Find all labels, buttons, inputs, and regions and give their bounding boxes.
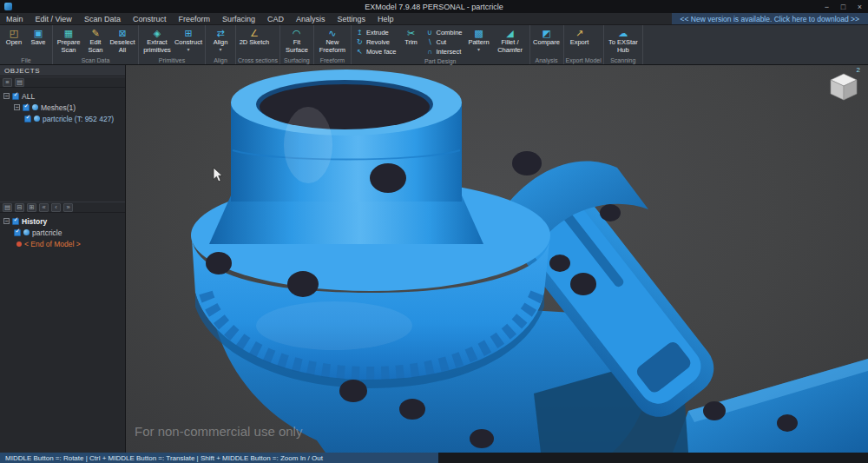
group-label-analysis: Analysis	[532, 56, 562, 64]
history-root-item[interactable]: − History	[0, 215, 125, 227]
menu-analysis[interactable]: Analysis	[290, 13, 332, 24]
update-notice-link[interactable]: << New version is available. Click here …	[672, 13, 868, 24]
new-freeform-label: New Freeform	[316, 39, 349, 54]
move-face-icon: ↖	[356, 48, 364, 56]
view-cube[interactable]	[828, 71, 859, 103]
compare-label: Compare	[533, 39, 560, 47]
trim-button[interactable]: ✂ Trim	[399, 26, 424, 56]
group-label-freeform: Freeform	[316, 56, 349, 64]
end-of-model-label: < End of Model >	[24, 240, 81, 248]
tree-view-icon[interactable]: ▤	[3, 203, 12, 212]
history-toolbar: ▤ ⊟ ⊞ « ‹ »	[0, 202, 125, 213]
maximize-button[interactable]: □	[835, 0, 852, 13]
tree-label-partcricle: partcricle (T: 952 427)	[43, 115, 114, 123]
history-item-partcricle[interactable]: partcricle	[0, 227, 125, 238]
objects-tree: − ALL − Meshes(1) partcricle (T: 952 427…	[0, 88, 125, 127]
align-button[interactable]: ⇄ Align ▾	[207, 26, 233, 56]
left-sidebar: OBJECTS ≡ ▤ − ALL − Mesh	[0, 65, 126, 453]
step-last-icon[interactable]: »	[63, 203, 73, 212]
edit-scan-button[interactable]: ✎ Edit Scan	[82, 26, 108, 56]
extrude-button[interactable]: ↥ Extrude	[353, 28, 399, 37]
history-end-of-model[interactable]: < End of Model >	[0, 238, 125, 249]
cut-button[interactable]: ∖ Cut	[424, 37, 465, 47]
to-exstar-hub-label: To EXStar Hub	[606, 39, 641, 54]
intersect-icon: ∩	[426, 48, 434, 56]
checkbox[interactable]	[24, 116, 31, 122]
align-label: Align	[214, 39, 228, 47]
view-mode-icon[interactable]: ▤	[15, 78, 24, 87]
group-label-scan-data: Scan Data	[55, 56, 136, 64]
fillet-chamfer-label: Fillet / Chamfer	[493, 39, 528, 54]
menu-construct[interactable]: Construct	[127, 13, 173, 24]
minimize-button[interactable]: −	[819, 0, 835, 13]
2d-sketch-button[interactable]: ∠ 2D Sketch	[238, 26, 271, 56]
objects-panel: OBJECTS ≡ ▤ − ALL − Mesh	[0, 65, 125, 202]
menu-settings[interactable]: Settings	[332, 13, 372, 24]
construct-label: Construct	[174, 39, 202, 47]
collapse-icon[interactable]: −	[14, 104, 20, 110]
compare-button[interactable]: ◩ Compare	[532, 26, 562, 56]
group-label-align: Align	[207, 56, 233, 64]
checkbox[interactable]	[12, 218, 19, 225]
pattern-button[interactable]: ▩ Pattern ▾	[465, 26, 493, 56]
checkbox[interactable]	[12, 93, 19, 100]
export-button[interactable]: ↗ Export	[566, 26, 594, 56]
tree-item-partcricle[interactable]: partcricle (T: 952 427)	[0, 113, 125, 124]
deselect-all-button[interactable]: ⊠ Deselect All	[108, 26, 136, 56]
combine-icon: ∪	[426, 29, 434, 36]
expand-all-icon[interactable]: ⊞	[27, 203, 36, 212]
menu-freeform[interactable]: Freeform	[172, 13, 216, 24]
ribbon-group-scanning: ☁ To EXStar Hub Scanning	[604, 25, 643, 64]
prepare-scan-button[interactable]: ▦ Prepare Scan	[55, 26, 82, 56]
extract-primitives-button[interactable]: ◈ Extract primitives	[141, 26, 174, 56]
intersect-button[interactable]: ∩ Intersect	[424, 47, 465, 56]
objects-panel-title: OBJECTS	[4, 67, 40, 75]
tree-item-all[interactable]: − ALL	[0, 90, 125, 102]
group-label-cross-sections: Cross sections	[238, 56, 278, 64]
close-button[interactable]: ×	[852, 0, 868, 13]
app-window: EXModel 7.9.48 PERSONAL - partcricle − □…	[0, 0, 868, 463]
model-partcricle[interactable]	[126, 65, 868, 453]
menu-scan-data[interactable]: Scan Data	[78, 13, 127, 24]
mesh-icon	[34, 116, 40, 122]
fit-surface-button[interactable]: ◠ Fit Surface	[282, 26, 312, 56]
menubar: Main Edit / View Scan Data Construct Fre…	[0, 13, 868, 25]
objects-toolbar: ≡ ▤	[0, 76, 125, 88]
extrude-icon: ↥	[356, 29, 364, 36]
ribbon-group-export-model: ↗ Export Export Model	[564, 25, 604, 64]
step-prev-icon[interactable]: ‹	[51, 203, 61, 212]
checkbox[interactable]	[23, 104, 30, 111]
step-first-icon[interactable]: «	[39, 203, 49, 212]
save-button[interactable]: ▣ Save	[26, 26, 50, 56]
ribbon-group-align: ⇄ Align ▾ Align	[206, 25, 236, 64]
menu-main[interactable]: Main	[0, 13, 30, 24]
move-face-button[interactable]: ↖ Move face	[353, 47, 399, 56]
filter-list-icon[interactable]: ≡	[3, 78, 12, 87]
menu-help[interactable]: Help	[372, 13, 400, 24]
collapse-all-icon[interactable]: ⊟	[15, 203, 24, 212]
tree-item-meshes[interactable]: − Meshes(1)	[0, 102, 125, 113]
menu-surfacing[interactable]: Surfacing	[216, 13, 261, 24]
combine-button[interactable]: ∪ Combine	[424, 28, 465, 37]
window-controls: − □ ×	[819, 0, 868, 13]
combine-label: Combine	[437, 29, 463, 36]
trim-label: Trim	[404, 39, 418, 47]
revolve-button[interactable]: ↻ Revolve	[353, 37, 399, 47]
menu-cad[interactable]: CAD	[261, 13, 290, 24]
2d-sketch-label: 2D Sketch	[240, 39, 270, 47]
menu-edit-view[interactable]: Edit / View	[30, 13, 78, 24]
fillet-chamfer-button[interactable]: ◢ Fillet / Chamfer	[493, 26, 528, 56]
open-button[interactable]: ◰ Open	[2, 26, 26, 56]
viewport-3d[interactable]: For non-commercial use only 2	[126, 65, 868, 453]
tree-label-all: ALL	[22, 92, 35, 101]
window-title: EXModel 7.9.48 PERSONAL - partcricle	[0, 3, 868, 11]
checkbox[interactable]	[14, 229, 21, 236]
ribbon-group-surfacing: ◠ Fit Surface Surfacing	[280, 25, 314, 64]
new-freeform-button[interactable]: ∿ New Freeform	[316, 26, 349, 56]
collapse-icon[interactable]: −	[3, 93, 10, 99]
move-face-label: Move face	[366, 48, 397, 56]
watermark: For non-commercial use only	[135, 424, 302, 439]
construct-button[interactable]: ⊞ Construct ▾	[174, 26, 203, 56]
collapse-icon[interactable]: −	[3, 218, 10, 224]
to-exstar-hub-button[interactable]: ☁ To EXStar Hub	[606, 26, 641, 56]
